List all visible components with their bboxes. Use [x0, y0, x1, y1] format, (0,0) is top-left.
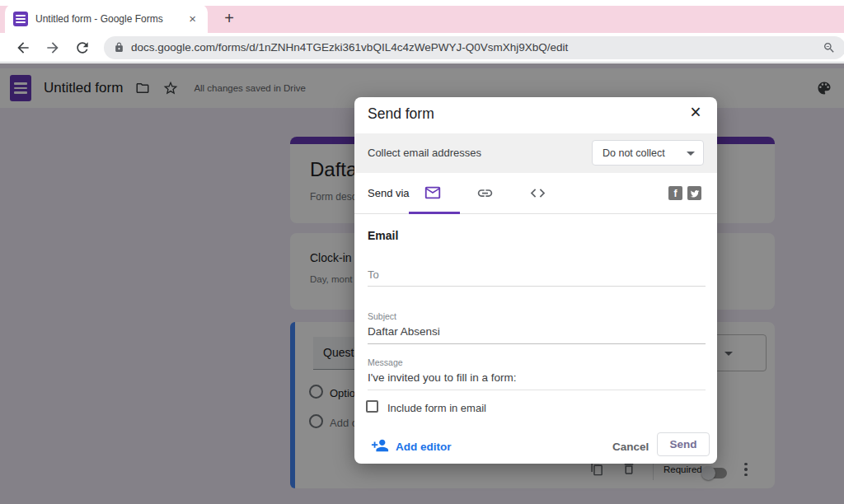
message-underline: [368, 390, 706, 390]
back-icon[interactable]: [15, 40, 31, 56]
forward-icon[interactable]: [45, 40, 61, 56]
include-form-label: Include form in email: [387, 402, 486, 414]
add-editor-icon[interactable]: [371, 436, 389, 455]
message-label: Message: [368, 357, 403, 367]
twitter-share-icon[interactable]: [687, 186, 701, 200]
send-button[interactable]: Send: [657, 432, 710, 456]
forms-editor-page: Untitled form All changes saved in Drive…: [0, 63, 844, 504]
tab-title: Untitled form - Google Forms: [35, 13, 185, 25]
collect-emails-row: Collect email addresses Do not collect: [354, 133, 717, 173]
collect-emails-dropdown[interactable]: Do not collect: [592, 140, 704, 166]
cancel-button[interactable]: Cancel: [612, 441, 649, 453]
to-field-underline: [368, 286, 706, 287]
browser-tab-strip: Untitled form - Google Forms × +: [0, 0, 844, 33]
url-text: docs.google.com/forms/d/1nZNHn4TGEzki361…: [131, 41, 823, 54]
chevron-down-icon: [687, 152, 695, 156]
address-bar[interactable]: docs.google.com/forms/d/1nZNHn4TGEzki361…: [104, 36, 844, 59]
active-tab-indicator: [409, 212, 460, 214]
embed-tab-icon[interactable]: [529, 184, 546, 202]
message-input[interactable]: I've invited you to fill in a form:: [368, 371, 516, 384]
lock-icon[interactable]: [114, 42, 124, 53]
screen: Untitled form - Google Forms × + docs.go…: [0, 0, 844, 504]
reload-icon[interactable]: [74, 40, 91, 56]
subject-label: Subject: [368, 311, 396, 321]
collect-emails-value: Do not collect: [603, 147, 665, 159]
dialog-title: Send form: [368, 105, 434, 123]
tab-close-icon[interactable]: ×: [185, 12, 199, 26]
browser-tab[interactable]: Untitled form - Google Forms ×: [5, 4, 208, 33]
facebook-share-icon[interactable]: f: [668, 186, 682, 200]
google-forms-favicon-icon: [13, 12, 28, 26]
add-editor-button[interactable]: Add editor: [396, 441, 452, 453]
zoom-out-icon[interactable]: [823, 41, 836, 54]
subject-input[interactable]: Daftar Absensi: [368, 325, 440, 338]
collect-emails-label: Collect email addresses: [368, 147, 481, 159]
send-via-label: Send via: [368, 187, 410, 199]
email-section-heading: Email: [368, 229, 398, 242]
include-form-checkbox[interactable]: [366, 400, 378, 413]
browser-toolbar: docs.google.com/forms/d/1nZNHn4TGEzki361…: [0, 33, 844, 63]
close-icon[interactable]: ×: [684, 100, 707, 124]
email-tab-icon[interactable]: [424, 184, 442, 202]
send-via-tabs: Send via f: [354, 173, 717, 214]
send-form-dialog: Send form × Collect email addresses Do n…: [354, 97, 717, 464]
new-tab-button[interactable]: +: [218, 7, 241, 30]
to-field[interactable]: To: [368, 268, 379, 281]
subject-underline: [368, 343, 706, 344]
link-tab-icon[interactable]: [476, 184, 494, 202]
